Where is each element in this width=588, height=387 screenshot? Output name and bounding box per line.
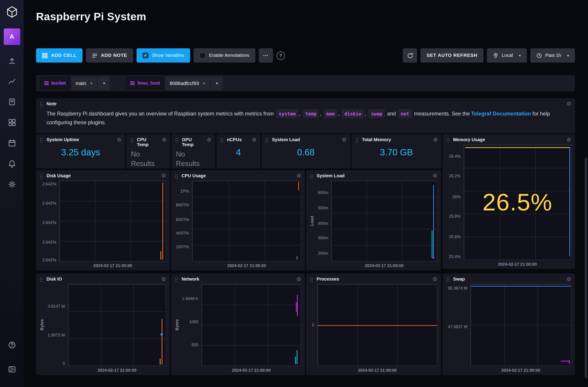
gear-icon[interactable]: ⚙ xyxy=(117,137,122,142)
drag-handle-icon[interactable] xyxy=(220,138,224,143)
gear-icon[interactable]: ⚙ xyxy=(161,174,166,178)
stat-value: No Results xyxy=(171,150,215,168)
variable-host-value[interactable]: 8086adfccf93 × xyxy=(165,77,210,90)
measurement-chip: net xyxy=(398,109,412,118)
drag-handle-icon[interactable] xyxy=(40,138,43,143)
gear-icon[interactable]: ⚙ xyxy=(296,277,301,282)
plot-area[interactable]: 26.5% xyxy=(463,145,571,260)
y-tick-label: 600m xyxy=(318,190,328,195)
gear-icon[interactable]: ⚙ xyxy=(342,137,347,142)
time-range-dropdown[interactable]: Past 1h ▾ xyxy=(530,48,575,62)
y-axis-title: Bytes xyxy=(39,284,45,366)
cell-swap: Swap ⚙ 95.3674 M47.6837 M 2024-02-17 21:… xyxy=(442,273,575,375)
variable-bucket-label[interactable]: bucket xyxy=(40,77,70,90)
timezone-label: Local xyxy=(502,53,513,58)
y-tick-label: 3.8147 M xyxy=(48,304,65,308)
series-line xyxy=(298,182,299,190)
y-tick-label: 1000 xyxy=(189,319,198,324)
drag-handle-icon[interactable] xyxy=(310,277,313,282)
gear-icon[interactable]: ⚙ xyxy=(161,277,166,282)
y-tick-label: 47.6837 M xyxy=(448,324,467,329)
influxdb-logo-icon[interactable] xyxy=(4,4,20,20)
help-icon xyxy=(8,341,16,349)
variable-host-caret[interactable]: ▾ xyxy=(211,77,223,90)
plot-area[interactable] xyxy=(317,284,437,366)
gear-icon[interactable]: ⚙ xyxy=(162,137,167,142)
drag-handle-icon[interactable] xyxy=(40,174,43,179)
org-avatar[interactable]: A xyxy=(4,28,20,45)
gear-icon[interactable]: ⚙ xyxy=(252,137,256,142)
drag-handle-icon[interactable] xyxy=(130,138,133,143)
plot-area[interactable] xyxy=(68,284,166,366)
sidebar-item-dashboards[interactable] xyxy=(4,114,20,131)
variable-host-label[interactable]: linux_host xyxy=(126,77,164,90)
plot-area[interactable] xyxy=(201,284,301,366)
gear-icon[interactable]: ⚙ xyxy=(296,174,301,178)
drag-handle-icon[interactable] xyxy=(446,277,450,282)
add-cell-button[interactable]: ADD CELL xyxy=(36,48,83,62)
variable-bucket-caret[interactable]: ▾ xyxy=(98,77,110,90)
drag-handle-icon[interactable] xyxy=(355,138,358,143)
drag-handle-icon[interactable] xyxy=(175,277,178,282)
sidebar-item-help[interactable] xyxy=(4,337,20,353)
drag-handle-icon[interactable] xyxy=(40,102,43,107)
sidebar-item-load-data[interactable] xyxy=(4,53,20,69)
y-tick-label: 95.3674 M xyxy=(448,286,467,290)
gear-icon[interactable]: ⚙ xyxy=(567,277,571,282)
note-text-segment: , xyxy=(365,111,366,116)
cell-title: Processes xyxy=(316,277,339,282)
gear-icon xyxy=(8,180,16,189)
plot-area[interactable] xyxy=(192,181,301,262)
gear-icon[interactable]: ⚙ xyxy=(207,137,211,142)
gear-icon[interactable]: ⚙ xyxy=(433,174,437,178)
sidebar-item-tasks[interactable] xyxy=(4,135,20,151)
y-tick-label: 26% xyxy=(452,194,461,199)
timezone-dropdown[interactable]: Local ▾ xyxy=(487,48,527,62)
y-tick-label: 25.6% xyxy=(449,234,461,239)
note-icon xyxy=(92,53,98,58)
telegraf-documentation-link[interactable]: Telegraf Documentation xyxy=(471,111,531,116)
clear-icon[interactable]: × xyxy=(90,80,93,86)
more-options-button[interactable]: ··· xyxy=(259,48,273,62)
drag-handle-icon[interactable] xyxy=(175,174,178,179)
sidebar-item-alerts[interactable] xyxy=(4,155,20,172)
gear-icon[interactable]: ⚙ xyxy=(567,137,571,142)
gear-icon[interactable]: ⚙ xyxy=(433,277,437,282)
cell-note: Note ⚙ The Raspberry Pi dashboard gives … xyxy=(36,98,575,133)
show-variables-toggle[interactable]: ✓ Show Variables xyxy=(137,48,190,62)
drag-handle-icon[interactable] xyxy=(265,138,269,143)
y-axis: 2.642%2.642%2.642%2.642%2.642% xyxy=(39,181,59,262)
gear-icon[interactable]: ⚙ xyxy=(567,101,571,106)
sidebar-item-notebooks[interactable] xyxy=(4,94,20,110)
cell-title: nCPUs xyxy=(227,137,242,142)
series-line xyxy=(162,319,162,365)
cell-gpu-temp: GPU Temp ⚙ No Results xyxy=(171,134,215,169)
refresh-button[interactable] xyxy=(403,48,417,62)
cell-title: Swap xyxy=(453,277,465,282)
plot-area[interactable] xyxy=(59,181,166,262)
y-tick-label: 500m xyxy=(318,206,328,211)
enable-annotations-toggle[interactable]: Enable Annotations xyxy=(193,48,255,62)
help-button[interactable]: ? xyxy=(276,51,285,60)
plot-area[interactable] xyxy=(470,284,571,366)
gear-icon[interactable]: ⚙ xyxy=(433,137,438,142)
drag-handle-icon[interactable] xyxy=(175,138,179,143)
note-text-segment: The Raspberry Pi dashboard gives you an … xyxy=(46,111,274,116)
plot-area[interactable] xyxy=(331,181,437,262)
series-line xyxy=(297,256,297,259)
drag-handle-icon[interactable] xyxy=(310,174,313,179)
drag-handle-icon[interactable] xyxy=(40,277,43,282)
drag-handle-icon[interactable] xyxy=(446,138,450,143)
y-axis-title: Load xyxy=(309,181,315,262)
sidebar-item-data-explorer[interactable] xyxy=(4,73,20,90)
add-note-button[interactable]: ADD NOTE xyxy=(86,48,133,62)
clear-icon[interactable]: × xyxy=(203,80,206,86)
variable-bucket-value[interactable]: main × xyxy=(71,77,97,90)
y-tick-label: 2.642% xyxy=(42,258,56,262)
cell-system-load-stat: System Load ⚙ 0.68 xyxy=(261,134,350,169)
scrollbar[interactable] xyxy=(585,157,587,378)
sidebar-item-collapse-nav[interactable] xyxy=(4,361,20,378)
set-auto-refresh-button[interactable]: SET AUTO REFRESH xyxy=(421,48,483,62)
x-axis-label: 2024-02-17 21:00:00 xyxy=(317,366,437,374)
sidebar-item-settings[interactable] xyxy=(4,176,20,193)
